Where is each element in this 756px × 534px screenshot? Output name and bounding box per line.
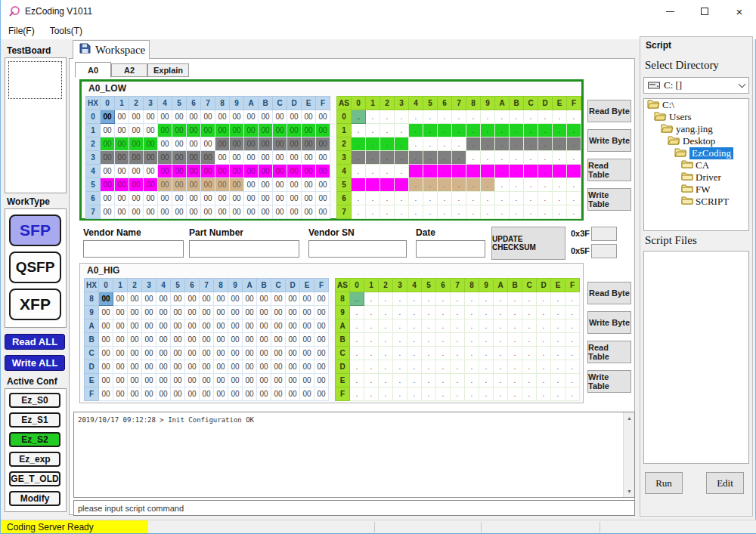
- grid-cell[interactable]: 00: [142, 292, 156, 306]
- grid-cell[interactable]: 00: [271, 292, 286, 306]
- grid-cell[interactable]: .: [366, 137, 380, 151]
- grid-cell[interactable]: .: [423, 124, 438, 137]
- grid-cell[interactable]: 00: [273, 192, 287, 205]
- grid-cell[interactable]: .: [395, 178, 409, 192]
- grid-cell[interactable]: 00: [271, 387, 286, 401]
- grid-cell[interactable]: 00: [156, 347, 171, 360]
- scroll-down-icon[interactable]: ▼: [624, 486, 635, 497]
- grid-cell[interactable]: ..: [350, 292, 364, 306]
- grid-cell[interactable]: 00: [286, 374, 300, 387]
- grid-cell[interactable]: 00: [300, 319, 314, 333]
- grid-cell[interactable]: 00: [185, 333, 200, 347]
- grid-cell[interactable]: .: [393, 387, 407, 401]
- grid-cell[interactable]: .: [524, 178, 538, 192]
- grid-cell[interactable]: 00: [228, 347, 243, 360]
- grid-cell[interactable]: 00: [314, 306, 329, 319]
- grid-cell[interactable]: .: [436, 319, 451, 333]
- grid-cell[interactable]: .: [452, 124, 466, 137]
- grid-cell[interactable]: 00: [158, 178, 172, 192]
- grid-cell[interactable]: 00: [187, 124, 201, 137]
- grid-cell[interactable]: .: [379, 306, 393, 319]
- grid-cell[interactable]: 00: [172, 165, 187, 178]
- grid-cell[interactable]: .: [409, 165, 423, 178]
- grid-cell[interactable]: .: [553, 124, 567, 137]
- grid-cell[interactable]: 00: [259, 137, 273, 151]
- subtab-a2[interactable]: A2: [111, 63, 147, 77]
- grid-cell[interactable]: 00: [129, 178, 144, 192]
- grid-cell[interactable]: 00: [273, 110, 287, 124]
- edit-button[interactable]: Edit: [706, 472, 744, 494]
- grid-cell[interactable]: .: [522, 292, 537, 306]
- grid-cell[interactable]: .: [409, 151, 423, 165]
- grid-cell[interactable]: .: [479, 292, 494, 306]
- grid-cell[interactable]: 00: [128, 319, 142, 333]
- grid-cell[interactable]: 00: [158, 192, 172, 205]
- worktype-button-qsfp[interactable]: QSFP: [9, 252, 61, 283]
- grid-cell[interactable]: 00: [144, 137, 158, 151]
- grid-cell[interactable]: .: [379, 347, 393, 360]
- grid-cell[interactable]: .: [510, 110, 524, 124]
- grid-cell[interactable]: 00: [185, 347, 200, 360]
- grid-cell[interactable]: 00: [286, 292, 300, 306]
- grid-cell[interactable]: .: [436, 374, 451, 387]
- grid-cell[interactable]: .: [352, 165, 366, 178]
- grid-cell[interactable]: 00: [215, 178, 230, 192]
- grid-cell[interactable]: 00: [115, 151, 129, 165]
- grid-cell[interactable]: .: [451, 319, 465, 333]
- grid-cell[interactable]: 00: [257, 360, 271, 374]
- grid-cell[interactable]: 00: [156, 360, 171, 374]
- low-read-table-button[interactable]: Read Table: [587, 159, 631, 181]
- grid-cell[interactable]: .: [567, 151, 581, 165]
- grid-cell[interactable]: .: [452, 178, 466, 192]
- grid-cell[interactable]: .: [524, 192, 538, 205]
- grid-cell[interactable]: 00: [101, 205, 115, 219]
- grid-cell[interactable]: 00: [273, 178, 287, 192]
- grid-cell[interactable]: 00: [144, 178, 158, 192]
- maximize-button[interactable]: [687, 0, 722, 23]
- grid-cell[interactable]: 00: [171, 347, 185, 360]
- grid-cell[interactable]: 00: [200, 319, 214, 333]
- grid-cell[interactable]: 00: [302, 205, 316, 219]
- grid-cell[interactable]: .: [538, 165, 553, 178]
- grid-cell[interactable]: .: [422, 374, 436, 387]
- grid-cell[interactable]: .: [352, 205, 366, 219]
- grid-cell[interactable]: 00: [113, 306, 128, 319]
- grid-cell[interactable]: .: [510, 205, 524, 219]
- grid-cell[interactable]: 00: [259, 192, 273, 205]
- grid-cell[interactable]: 00: [228, 306, 243, 319]
- grid-cell[interactable]: .: [495, 165, 510, 178]
- grid-cell[interactable]: 00: [99, 374, 113, 387]
- grid-cell[interactable]: .: [452, 110, 466, 124]
- grid-cell[interactable]: .: [465, 374, 479, 387]
- tree-item-ezcoding[interactable]: EzCoding: [644, 147, 748, 159]
- grid-cell[interactable]: 00: [287, 137, 302, 151]
- grid-cell[interactable]: 00: [171, 319, 185, 333]
- grid-cell[interactable]: 00: [259, 205, 273, 219]
- subtab-explain[interactable]: Explain: [147, 63, 189, 77]
- grid-cell[interactable]: 00: [243, 333, 257, 347]
- conf-button-ez_s2[interactable]: Ez_S2: [9, 432, 60, 447]
- grid-cell[interactable]: .: [380, 110, 395, 124]
- grid-cell[interactable]: .: [364, 292, 379, 306]
- grid-cell[interactable]: .: [451, 360, 465, 374]
- grid-cell[interactable]: .: [393, 319, 407, 333]
- log-area[interactable]: 2019/10/17 09:12:28 > Init Configuration…: [73, 412, 635, 498]
- grid-cell[interactable]: .: [352, 151, 366, 165]
- grid-cell[interactable]: .: [494, 333, 508, 347]
- hig-read-byte-button[interactable]: Read Byte: [587, 282, 631, 304]
- grid-cell[interactable]: .: [495, 124, 510, 137]
- grid-cell[interactable]: .: [451, 306, 465, 319]
- low-read-byte-button[interactable]: Read Byte: [587, 100, 631, 122]
- write-all-button[interactable]: Write ALL: [5, 355, 65, 371]
- grid-cell[interactable]: 00: [243, 306, 257, 319]
- grid-cell[interactable]: .: [422, 360, 436, 374]
- grid-cell[interactable]: .: [481, 137, 495, 151]
- grid-cell[interactable]: 00: [287, 205, 302, 219]
- grid-cell[interactable]: 00: [302, 110, 316, 124]
- grid-cell[interactable]: 00: [201, 178, 215, 192]
- grid-cell[interactable]: 00: [228, 360, 243, 374]
- grid-cell[interactable]: .: [422, 387, 436, 401]
- grid-cell[interactable]: .: [508, 347, 522, 360]
- grid-cell[interactable]: .: [364, 306, 379, 319]
- grid-cell[interactable]: 00: [314, 347, 329, 360]
